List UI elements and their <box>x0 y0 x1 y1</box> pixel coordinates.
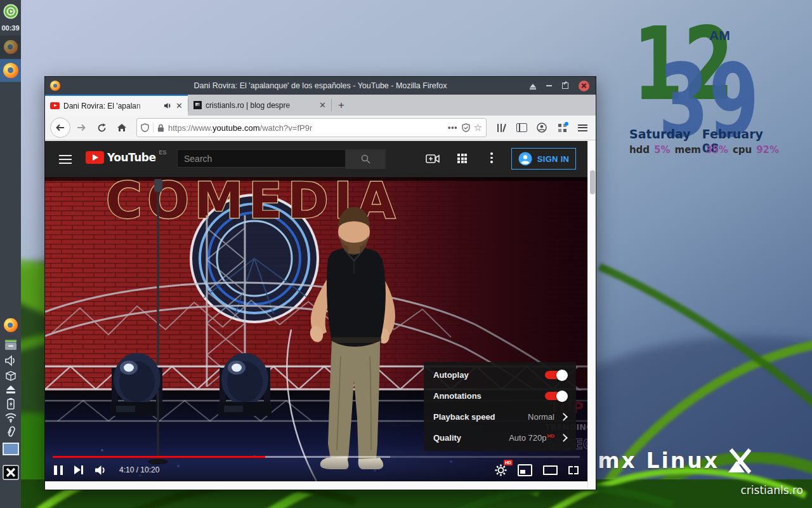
url-domain: youtube.com <box>213 123 259 133</box>
forward-button[interactable] <box>73 119 89 136</box>
pause-button[interactable] <box>54 465 63 475</box>
eject-icon[interactable] <box>0 383 21 396</box>
clock-ampm: AM <box>709 28 730 43</box>
chevron-right-icon <box>560 413 568 421</box>
url-bar[interactable]: https://www.youtube.com/watch?v=fP9r •••… <box>136 118 487 137</box>
autoplay-label: Autoplay <box>433 370 540 380</box>
pocket-shield-icon[interactable] <box>462 123 470 132</box>
back-arrow-icon <box>56 124 65 131</box>
menu-hamburger-icon[interactable] <box>574 119 591 136</box>
close-button[interactable] <box>579 81 589 91</box>
played-bar <box>53 456 265 458</box>
autoplay-toggle[interactable] <box>545 371 566 379</box>
youtube-region: ES <box>159 149 167 156</box>
video-progress-bar[interactable] <box>53 456 580 458</box>
playback-speed-value: Normal <box>528 412 554 422</box>
tab-cristianls[interactable]: cristianls.ro | blog despre ✕ <box>188 95 331 116</box>
menu-item-playback-speed[interactable]: Playback speed Normal <box>424 406 576 427</box>
fullscreen-button[interactable] <box>568 466 579 474</box>
theater-mode-button[interactable] <box>543 465 558 475</box>
hdd-value: 5% <box>654 144 670 156</box>
sidebar-toggle-icon[interactable] <box>513 119 530 136</box>
tab-audio-icon[interactable] <box>164 102 172 109</box>
battery-icon[interactable] <box>0 397 21 411</box>
screen-recorder-icon[interactable] <box>0 3 21 20</box>
site-favicon <box>193 101 202 109</box>
library-icon[interactable] <box>493 119 509 136</box>
permissions-shield-icon[interactable] <box>141 123 149 132</box>
search-input[interactable] <box>177 149 346 168</box>
home-button[interactable] <box>114 119 130 136</box>
menu-item-autoplay[interactable]: Autoplay <box>424 364 576 385</box>
file-manager-icon[interactable] <box>0 337 21 352</box>
volume-icon[interactable] <box>95 465 108 476</box>
lock-icon[interactable] <box>157 124 164 132</box>
search-icon <box>361 154 370 164</box>
youtube-apps-icon[interactable] <box>457 154 467 163</box>
workspace-pager[interactable] <box>0 441 21 457</box>
account-icon[interactable] <box>534 119 550 136</box>
chevron-right-icon <box>560 434 568 442</box>
desktop-watermark: cristianls.ro <box>741 484 804 497</box>
tab-close-icon[interactable]: ✕ <box>176 102 183 110</box>
mx-linux-logo: mx Linux <box>598 447 754 474</box>
restore-button[interactable] <box>562 83 568 89</box>
menu-item-quality[interactable]: Quality Auto 720pHD <box>424 427 576 448</box>
minimize-button[interactable] <box>546 85 552 86</box>
volume-icon[interactable] <box>0 354 21 368</box>
notification-dot <box>565 122 568 126</box>
url-path: /watch?v=fP9r <box>260 123 313 133</box>
cpu-value: 92% <box>756 144 779 156</box>
reload-icon <box>97 123 107 133</box>
settings-gear-button[interactable]: HD <box>495 464 507 476</box>
youtube-guide-icon[interactable] <box>59 155 72 164</box>
youtube-header: YouTube ES <box>45 141 587 177</box>
annotations-label: Annotations <box>433 391 540 401</box>
package-icon[interactable] <box>0 368 21 382</box>
tab-title: Dani Rovira: El 'apalan <box>63 102 160 110</box>
wifi-icon[interactable] <box>0 411 21 424</box>
person-circle-icon <box>537 123 547 133</box>
annotations-toggle[interactable] <box>545 392 566 400</box>
search-button[interactable] <box>346 149 386 169</box>
tab-title: cristianls.ro | blog despre <box>206 101 315 110</box>
back-button[interactable] <box>50 117 70 138</box>
next-button[interactable] <box>74 465 83 474</box>
new-tab-button[interactable]: + <box>332 95 351 116</box>
youtube-logo[interactable]: YouTube ES <box>86 151 167 164</box>
sign-in-button[interactable]: SIGN IN <box>511 148 576 170</box>
firefox-launcher-icon[interactable] <box>0 316 21 334</box>
menu-item-annotations[interactable]: Annotations <box>424 385 576 406</box>
mx-x-icon <box>726 447 754 474</box>
hd-quality-badge: HD <box>504 460 513 465</box>
firefox-active-window-button[interactable] <box>0 59 21 82</box>
url-input[interactable]: https://www.youtube.com/watch?v=fP9r <box>168 123 444 133</box>
youtube-wordmark: YouTube <box>107 151 156 164</box>
gear-icon <box>495 464 507 476</box>
miniplayer-button[interactable] <box>518 464 532 476</box>
video-player[interactable]: COMEDIA <box>45 177 587 481</box>
close-x-icon[interactable] <box>0 463 21 482</box>
mem-label: mem <box>675 144 701 156</box>
paperclip-icon[interactable] <box>0 425 21 439</box>
shade-button[interactable] <box>530 84 536 88</box>
hd-badge: HD <box>547 433 554 439</box>
reload-button[interactable] <box>93 119 110 136</box>
extensions-icon[interactable] <box>554 119 570 136</box>
bookmark-star-icon[interactable]: ☆ <box>474 122 482 133</box>
hdd-label: hdd <box>629 144 650 156</box>
player-settings-menu: Autoplay Annotations Playback speed Norm… <box>424 362 576 451</box>
window-titlebar[interactable]: Dani Rovira: El 'apalanque' de los españ… <box>45 77 596 95</box>
mx-linux-wordmark: mx Linux <box>598 448 719 473</box>
firefox-window-button[interactable] <box>0 36 21 58</box>
page-scrollbar[interactable] <box>587 141 596 489</box>
tab-youtube[interactable]: Dani Rovira: El 'apalan ✕ <box>45 95 188 116</box>
upload-video-icon[interactable] <box>426 154 440 164</box>
scrollbar-thumb[interactable] <box>590 170 595 194</box>
youtube-more-icon[interactable] <box>490 152 493 163</box>
tab-close-icon[interactable]: ✕ <box>319 101 326 109</box>
quality-label: Quality <box>433 433 504 443</box>
page-actions-icon[interactable]: ••• <box>448 123 458 132</box>
player-controls: 4:10 / 10:20 HD <box>45 458 587 481</box>
forward-arrow-icon <box>77 124 86 131</box>
